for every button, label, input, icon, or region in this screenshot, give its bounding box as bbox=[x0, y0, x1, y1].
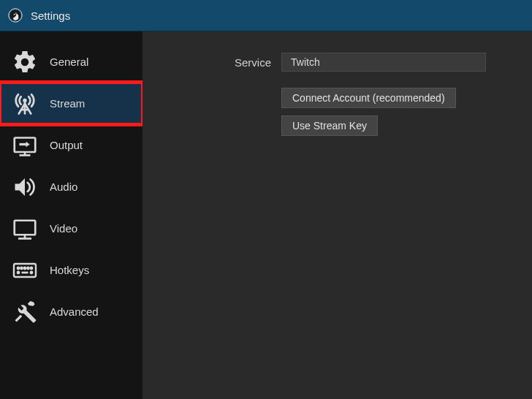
sidebar-item-label: Output bbox=[50, 139, 83, 151]
use-stream-key-button[interactable]: Use Stream Key bbox=[281, 115, 378, 136]
sidebar-item-label: Stream bbox=[50, 97, 85, 110]
sidebar-item-label: Hotkeys bbox=[50, 264, 89, 276]
body: General Stream bbox=[0, 31, 532, 399]
svg-point-15 bbox=[18, 267, 19, 268]
service-select[interactable]: Twitch bbox=[281, 53, 486, 72]
svg-rect-11 bbox=[15, 220, 36, 235]
connect-account-button[interactable]: Connect Account (recommended) bbox=[281, 88, 456, 108]
svg-point-16 bbox=[20, 267, 22, 268]
sidebar-item-label: Audio bbox=[50, 180, 77, 193]
gear-icon bbox=[10, 48, 39, 77]
sidebar-item-audio[interactable]: Audio bbox=[0, 166, 142, 208]
obs-app-icon bbox=[7, 7, 23, 23]
service-row: Service Twitch bbox=[186, 53, 532, 72]
service-label: Service bbox=[186, 56, 271, 69]
sidebar-item-video[interactable]: Video bbox=[0, 208, 142, 249]
stream-buttons: Connect Account (recommended) Use Stream… bbox=[281, 88, 532, 136]
sidebar-item-output[interactable]: Output bbox=[0, 124, 142, 166]
output-icon bbox=[10, 131, 39, 160]
keyboard-icon bbox=[10, 256, 39, 285]
window-title: Settings bbox=[31, 10, 70, 22]
tools-icon bbox=[10, 297, 39, 327]
svg-point-17 bbox=[24, 267, 26, 268]
svg-point-19 bbox=[31, 267, 32, 268]
sidebar-item-label: General bbox=[50, 56, 88, 68]
monitor-icon bbox=[10, 214, 39, 243]
sidebar: General Stream bbox=[0, 31, 142, 399]
sidebar-item-label: Video bbox=[50, 222, 77, 235]
svg-point-20 bbox=[18, 271, 19, 273]
sidebar-item-hotkeys[interactable]: Hotkeys bbox=[0, 249, 142, 291]
sidebar-item-label: Advanced bbox=[50, 305, 99, 318]
titlebar: Settings bbox=[0, 0, 532, 31]
svg-point-18 bbox=[27, 267, 28, 268]
svg-point-22 bbox=[31, 271, 32, 273]
main-panel: Service Twitch Connect Account (recommen… bbox=[142, 31, 532, 399]
sidebar-item-advanced[interactable]: Advanced bbox=[0, 291, 142, 332]
service-value: Twitch bbox=[291, 56, 320, 68]
svg-rect-14 bbox=[14, 264, 36, 277]
sidebar-item-general[interactable]: General bbox=[0, 41, 142, 83]
speaker-icon bbox=[10, 172, 39, 202]
antenna-icon bbox=[10, 89, 39, 118]
sidebar-item-stream[interactable]: Stream bbox=[0, 83, 142, 124]
